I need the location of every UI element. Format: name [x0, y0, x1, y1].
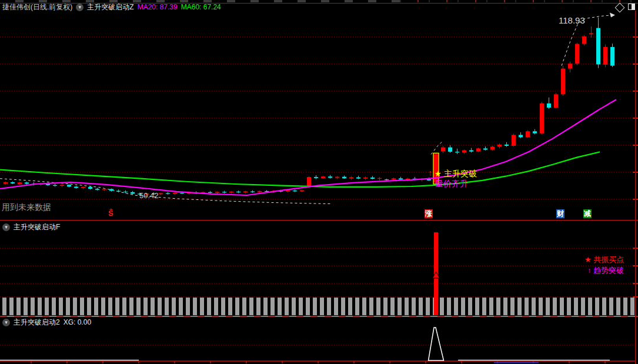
candle-body — [243, 191, 248, 192]
base-bar — [2, 298, 6, 315]
base-bar — [299, 298, 303, 315]
base-bar — [101, 298, 105, 315]
base-bar — [320, 298, 324, 315]
base-bar — [419, 298, 423, 315]
indicator-name[interactable]: 主升突破启动Z — [87, 4, 133, 11]
base-bar — [221, 298, 225, 315]
base-bar — [567, 298, 571, 315]
candle-body — [328, 176, 332, 178]
base-bar — [235, 298, 239, 315]
base-bar — [376, 298, 380, 315]
candle-body — [53, 185, 57, 186]
candle-body — [547, 103, 551, 108]
badge-jian: 减 — [583, 209, 592, 218]
base-bar — [16, 298, 21, 315]
base-bar — [242, 298, 246, 315]
candle-body — [4, 182, 8, 184]
menu-strip-fragments — [0, 0, 400, 2]
base-bar — [66, 298, 70, 315]
candle-body — [229, 192, 233, 193]
candle-body — [131, 192, 135, 194]
base-bar — [278, 298, 282, 315]
candle-body — [102, 189, 106, 189]
base-bar — [390, 298, 395, 315]
candle-body — [385, 179, 389, 180]
badge-zhang: 涨 — [425, 209, 433, 218]
base-bar — [172, 298, 176, 315]
base-bar — [489, 298, 493, 315]
base-bar — [52, 298, 56, 315]
candle-body — [399, 178, 403, 179]
candle-body — [314, 177, 318, 178]
base-bar — [581, 298, 585, 315]
arrowhead — [610, 13, 615, 18]
base-bar — [362, 298, 366, 315]
base-bar — [553, 298, 557, 315]
base-bar — [503, 298, 507, 315]
indicator-xg-chart[interactable] — [0, 327, 638, 364]
base-bar — [532, 298, 536, 315]
candle-body — [462, 151, 466, 153]
candlestick-chart[interactable] — [0, 11, 638, 209]
chevron-down-icon[interactable]: ▾ — [2, 319, 10, 326]
star-icon: ★ — [435, 170, 442, 178]
candle-body — [335, 177, 339, 178]
candle-body — [321, 176, 325, 178]
candle-body — [610, 47, 614, 66]
base-bar — [228, 298, 232, 315]
base-bar — [341, 298, 345, 315]
candle-body — [392, 178, 396, 179]
candle-body — [180, 193, 184, 193]
base-bar — [186, 298, 190, 315]
candle-body — [18, 182, 22, 184]
candle-body — [215, 192, 219, 193]
panel-xg-title[interactable]: 主升突破启动2 — [14, 319, 60, 326]
base-bar — [355, 298, 359, 315]
candle-body — [526, 131, 530, 137]
chart-right-border — [635, 11, 636, 364]
breakout-signal-label: 主升突破 — [444, 169, 477, 178]
base-bar — [73, 298, 77, 315]
base-bar — [263, 298, 268, 315]
menu-strip-separators — [400, 0, 638, 2]
base-bar — [256, 298, 260, 315]
base-bar — [87, 298, 91, 315]
candle-body — [74, 186, 78, 188]
base-bar — [383, 298, 388, 315]
chart-title-bar: 捷佳伟创(日线.前复权) ▾ 主升突破启动Z MA20: 87.39 MA60:… — [0, 3, 638, 11]
peak-price-label: 118.93 — [559, 16, 585, 25]
indicator-f-chart[interactable] — [0, 232, 638, 315]
base-bar — [200, 298, 204, 315]
chevron-down-icon[interactable]: ▾ — [2, 223, 10, 231]
legend-resonance-buy: ★ 共振买点 — [584, 256, 624, 264]
candle-body — [258, 191, 262, 192]
base-bar — [510, 298, 515, 315]
panel-divider[interactable] — [0, 220, 638, 221]
base-bar — [115, 298, 119, 315]
xg-value-label: XG: 0.00 — [64, 319, 91, 326]
candle-body — [469, 151, 473, 152]
base-bar — [122, 298, 126, 315]
candle-body — [109, 189, 113, 191]
base-bar — [398, 298, 402, 315]
panel-divider-dashed[interactable] — [0, 316, 638, 317]
base-bar — [207, 298, 211, 315]
candle-body — [356, 178, 360, 179]
chevron-down-icon[interactable]: ▾ — [76, 4, 83, 11]
base-bar — [249, 298, 253, 315]
base-bar — [405, 298, 409, 315]
base-bar — [80, 298, 84, 315]
candle-body — [476, 148, 480, 151]
panel-xg-header: ▾ 主升突破启动2 XG: 0.00 — [2, 318, 355, 327]
base-bar — [546, 298, 550, 315]
split-window-icon[interactable] — [628, 4, 635, 10]
base-bar — [475, 298, 479, 315]
candle-body — [25, 182, 29, 183]
base-bar — [334, 298, 338, 315]
base-bar — [313, 298, 317, 315]
base-bar — [447, 298, 451, 315]
ma60-value-label: MA60: 67.24 — [181, 4, 221, 11]
panel-f-title[interactable]: 主升突破启动F — [14, 223, 60, 231]
future-data-warning: 用到未来数据 — [2, 203, 51, 212]
candle-body — [116, 191, 121, 192]
